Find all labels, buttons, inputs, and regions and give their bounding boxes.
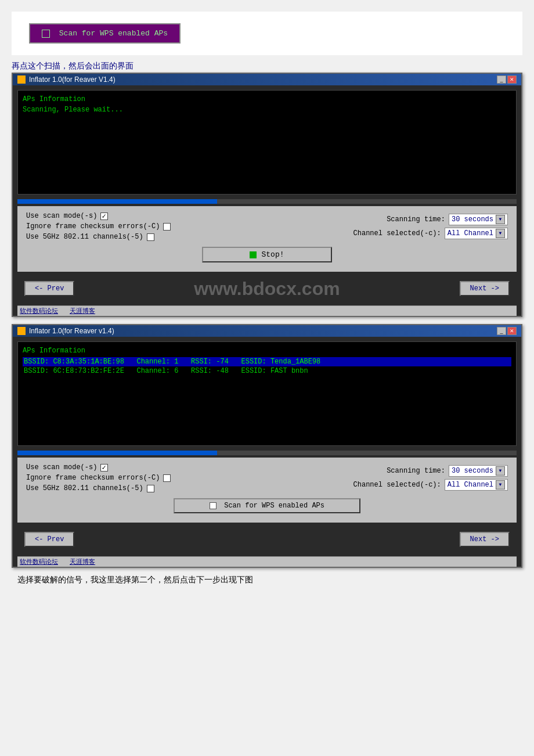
window1-close-btn[interactable]: ✕ (507, 75, 517, 84)
window1-terminal: APs Information Scanning, Please wait... (17, 90, 517, 195)
window2-bssid-line2[interactable]: BSSID: 6C:E8:73:B2:FE:2E Channel: 6 RSSI… (23, 366, 511, 376)
window1-progress-container (17, 199, 517, 204)
window1-scanning-status: Scanning, Please wait... (23, 106, 511, 114)
window2-scanning-time-item: Scanning time: 30 seconds ▼ (267, 465, 508, 477)
window2: Inflator 1.0(for Reaver v1.4) _ ✕ APs In… (12, 324, 522, 568)
window2-titlebar: Inflator 1.0(for Reaver v1.4) _ ✕ (13, 325, 521, 337)
window2-nav-row: <- Prev Next -> (17, 527, 517, 552)
window2-next-button[interactable]: Next -> (460, 532, 510, 547)
window2-5ghz-label: Use 5GHz 802.11 channels(-5) (26, 484, 143, 492)
window2-ignore-checksum-item: Ignore frame checksum errors(-C) (26, 474, 267, 482)
window1-scanning-time-arrow[interactable]: ▼ (496, 215, 505, 224)
window2-channel-arrow[interactable]: ▼ (496, 480, 505, 489)
window2-scan-wps-button[interactable]: Scan for WPS enabled APs (174, 498, 360, 513)
window2-controls: _ ✕ (497, 327, 517, 335)
window2-essid1: ESSID: Tenda_1ABE98 (241, 358, 320, 366)
top-section: Scan for WPS enabled APs (12, 12, 522, 55)
window1-ignore-checksum-item: Ignore frame checksum errors(-C) (26, 222, 267, 231)
window1-5ghz-label: Use 5GHz 802.11 channels(-5) (26, 233, 143, 241)
window2-scanning-time-arrow[interactable]: ▼ (496, 466, 505, 476)
window1-statusbar-item1[interactable]: 软件数码论坛 (20, 307, 58, 315)
window1-controls-area: Use scan mode(-s) Ignore frame checksum … (17, 206, 517, 272)
window2-channel2: Channel: 6 (136, 367, 178, 375)
window1-ignore-checksum-checkbox[interactable] (163, 223, 171, 231)
window2-scan-mode-item: Use scan mode(-s) (26, 463, 267, 471)
scan-checkbox-icon (42, 30, 50, 38)
window2-bssid-line1[interactable]: BSSID: C8:3A:35:1A:BE:98 Channel: 1 RSSI… (23, 357, 511, 366)
window2-left-controls: Use scan mode(-s) Ignore frame checksum … (26, 463, 267, 495)
window2-scanning-time-label: Scanning time: (387, 467, 445, 475)
window1-scan-mode-label: Use scan mode(-s) (26, 212, 97, 220)
window1-channel-item: Channel selected(-c): All Channel ▼ (267, 228, 508, 239)
window2-scan-mode-checkbox[interactable] (100, 464, 108, 471)
window1-left-controls: Use scan mode(-s) Ignore frame checksum … (26, 212, 267, 243)
chinese-label-top: 再点这个扫描，然后会出面的界面 (12, 61, 522, 71)
window1-scan-mode-item: Use scan mode(-s) (26, 212, 267, 220)
window1-channel-dropdown[interactable]: All Channel ▼ (445, 228, 508, 239)
scan-for-wps-button[interactable]: Scan for WPS enabled APs (29, 23, 181, 44)
window1-5ghz-item: Use 5GHz 802.11 channels(-5) (26, 233, 267, 241)
window1-channel-label: Channel selected(-c): (353, 229, 441, 237)
window2-scan-wps-label: Scan for WPS enabled APs (224, 502, 324, 510)
scan-button-label: Scan for WPS enabled APs (59, 29, 168, 38)
window1-icon (17, 75, 26, 84)
window2-ignore-checksum-label: Ignore frame checksum errors(-C) (26, 474, 160, 482)
window2-scanning-time-value: 30 seconds (452, 467, 493, 475)
window1-statusbar: 软件数码论坛 天涯博客 (17, 305, 517, 316)
window2-essid2: ESSID: FAST bnbn (241, 367, 308, 375)
window2-close-btn[interactable]: ✕ (507, 327, 517, 335)
bottom-text: 选择要破解的信号，我这里选择第二个，然后点击下一步出现下图 (12, 575, 522, 585)
window1-right-controls: Scanning time: 30 seconds ▼ Channel sele… (267, 214, 508, 242)
window2-terminal: APs Information BSSID: C8:3A:35:1A:BE:98… (17, 341, 517, 446)
window1-5ghz-checkbox[interactable] (147, 233, 154, 241)
window1-controls: _ ✕ (497, 75, 517, 84)
window2-controls-row1: Use scan mode(-s) Ignore frame checksum … (26, 463, 508, 495)
window2-statusbar-item1[interactable]: 软件数码论坛 (20, 557, 58, 566)
window2-channel-value: All Channel (448, 481, 493, 489)
window2-bssid2: BSSID: 6C:E8:73:B2:FE:2E (24, 367, 124, 375)
window1-title: Inflator 1.0(for Reaver V1.4) (29, 75, 116, 84)
window1-nav-row: <- Prev www.bdocx.com Next -> (17, 276, 517, 301)
window1-stop-button[interactable]: Stop! (202, 247, 331, 262)
window2-titlebar-left: Inflator 1.0(for Reaver v1.4) (17, 327, 114, 335)
window2-statusbar: 软件数码论坛 天涯博客 (17, 556, 517, 567)
window1-scanning-time-label: Scanning time: (387, 215, 445, 224)
window2-progress-container (17, 451, 517, 455)
window2-channel-item: Channel selected(-c): All Channel ▼ (267, 479, 508, 491)
window2-scan-mode-label: Use scan mode(-s) (26, 463, 97, 471)
window2-statusbar-item2[interactable]: 天涯博客 (70, 557, 95, 566)
window1-statusbar-item2[interactable]: 天涯博客 (70, 307, 95, 315)
window2-bssid1: BSSID: C8:3A:35:1A:BE:98 (24, 358, 124, 366)
window2-rssi1: RSSI: -74 (191, 358, 229, 366)
window1-scanning-time-dropdown[interactable]: 30 seconds ▼ (449, 214, 508, 225)
window2-5ghz-checkbox[interactable] (147, 485, 154, 492)
window2-scan-wps-checkbox-icon (210, 502, 217, 509)
window1-prev-button[interactable]: <- Prev (24, 281, 74, 296)
window1-watermark: www.bdocx.com (194, 278, 340, 300)
window2-button-row: Scan for WPS enabled APs (26, 498, 508, 513)
window2-title: Inflator 1.0(for Reaver v1.4) (29, 327, 114, 335)
window2-icon (17, 327, 26, 335)
window2-ignore-checksum-checkbox[interactable] (163, 474, 171, 482)
window2-progress-fill (17, 451, 217, 455)
window1-titlebar-left: Inflator 1.0(for Reaver V1.4) (17, 75, 116, 84)
window1-channel-value: All Channel (448, 229, 493, 237)
window1: Inflator 1.0(for Reaver V1.4) _ ✕ APs In… (12, 73, 522, 317)
window2-controls-area: Use scan mode(-s) Ignore frame checksum … (17, 458, 517, 523)
window2-scanning-time-dropdown[interactable]: 30 seconds ▼ (449, 465, 508, 477)
window2-5ghz-item: Use 5GHz 802.11 channels(-5) (26, 484, 267, 492)
window2-prev-button[interactable]: <- Prev (24, 532, 74, 547)
window2-right-controls: Scanning time: 30 seconds ▼ Channel sele… (267, 465, 508, 493)
window1-progress-fill (17, 199, 217, 204)
window1-ignore-checksum-label: Ignore frame checksum errors(-C) (26, 222, 160, 231)
window2-channel-dropdown[interactable]: All Channel ▼ (445, 479, 508, 491)
window1-controls-row1: Use scan mode(-s) Ignore frame checksum … (26, 212, 508, 243)
window2-minimize-btn[interactable]: _ (497, 327, 506, 335)
window1-minimize-btn[interactable]: _ (497, 75, 506, 84)
window1-ap-info-header: APs Information (23, 95, 511, 103)
window1-channel-arrow[interactable]: ▼ (496, 229, 505, 238)
window1-scan-mode-checkbox[interactable] (100, 213, 108, 220)
window2-channel-label: Channel selected(-c): (353, 481, 441, 489)
window2-channel1: Channel: 1 (136, 358, 178, 366)
window1-next-button[interactable]: Next -> (460, 281, 510, 296)
